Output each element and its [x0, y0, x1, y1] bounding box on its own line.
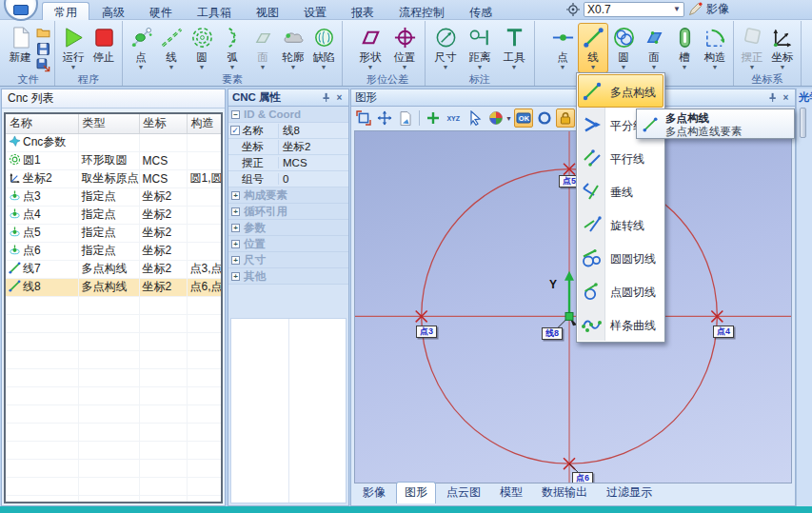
- property-section-尺寸[interactable]: +尺寸: [228, 252, 348, 268]
- pin-icon[interactable]: [321, 92, 331, 103]
- ribbon-button-点[interactable]: 点▼: [126, 23, 156, 73]
- ok-toggle-icon[interactable]: OK: [514, 109, 533, 128]
- graphics-canvas[interactable]: Y 点5 点3 点4 点6 线8: [354, 130, 792, 483]
- save-as-icon[interactable]: [36, 58, 50, 72]
- splitter-handle[interactable]: [800, 108, 806, 138]
- property-value[interactable]: 坐标2: [278, 140, 348, 154]
- ribbon-button-坐标[interactable]: 坐标▼: [767, 23, 798, 73]
- multipoint-line-icon: [642, 116, 659, 133]
- ribbon-button-圆[interactable]: 圆▼: [608, 23, 639, 73]
- column-header-构造[interactable]: 构造: [187, 114, 223, 133]
- open-folder-icon[interactable]: [36, 26, 50, 40]
- menu-item-点圆切线[interactable]: 点圆切线: [578, 274, 663, 307]
- view-tab-影像[interactable]: 影像: [354, 482, 394, 503]
- ribbon-button-构造[interactable]: 构造▼: [700, 23, 730, 73]
- expand-icon[interactable]: +: [231, 256, 240, 265]
- menu-item-垂线[interactable]: 垂线: [578, 174, 663, 207]
- ribbon-button-轮廓[interactable]: 轮廓▼: [278, 23, 308, 73]
- menu-item-平行线[interactable]: 平行线: [578, 141, 663, 174]
- table-row-点4[interactable]: 点4指定点坐标2: [6, 206, 223, 224]
- table-row-Cnc参数[interactable]: Cnc参数: [6, 133, 223, 151]
- expand-icon[interactable]: +: [231, 207, 240, 216]
- property-row-摆正[interactable]: 摆正MCS: [228, 155, 348, 171]
- view-tab-过滤显示[interactable]: 过滤显示: [598, 482, 661, 503]
- ribbon-button-位置[interactable]: 位置▼: [387, 23, 422, 73]
- table-row-线7[interactable]: 线7多点构线坐标2点3,点4: [6, 260, 223, 278]
- ribbon-button-运行[interactable]: 运行▼: [58, 23, 89, 73]
- fit-view-icon[interactable]: [354, 109, 373, 128]
- table-row-坐标2[interactable]: 坐标2取坐标原点MCS圆1,圆1,...: [6, 169, 223, 187]
- ribbon-button-点[interactable]: 点▼: [547, 23, 578, 73]
- ribbon-button-圆[interactable]: 圆▼: [187, 23, 217, 73]
- chevron-down-icon[interactable]: ▼: [505, 115, 512, 122]
- ribbon-button-线[interactable]: 线▼: [156, 23, 187, 73]
- ribbon-button-距离[interactable]: 距离▼: [463, 23, 497, 73]
- column-header-坐标[interactable]: 坐标: [139, 114, 187, 133]
- property-row-坐标[interactable]: 坐标坐标2: [228, 139, 348, 155]
- property-value[interactable]: 0: [278, 173, 348, 185]
- view-tab-数据输出[interactable]: 数据输出: [533, 482, 596, 503]
- column-header-名称[interactable]: 名称: [6, 114, 78, 133]
- property-section-位置[interactable]: +位置: [228, 236, 348, 252]
- pointer-icon[interactable]: [465, 109, 485, 128]
- palette-icon[interactable]: [486, 109, 505, 128]
- expand-icon[interactable]: +: [231, 191, 240, 200]
- copy-view-icon[interactable]: [396, 109, 415, 128]
- ribbon-button-面[interactable]: 面▼: [639, 23, 669, 73]
- ribbon-button-弧[interactable]: 弧▼: [217, 23, 248, 73]
- ribbon-button-缺陷[interactable]: 缺陷▼: [308, 23, 339, 73]
- origin-feature-label[interactable]: 线8: [542, 327, 563, 340]
- context-tab-label[interactable]: 影像: [706, 1, 729, 17]
- property-section-参数[interactable]: +参数: [228, 220, 348, 236]
- ribbon-button-槽[interactable]: 槽▼: [669, 23, 700, 73]
- ribbon-button-面[interactable]: 面▼: [248, 23, 278, 73]
- magnification-select[interactable]: X0.7 ▼: [584, 2, 684, 17]
- pin-icon[interactable]: [767, 92, 778, 103]
- menu-item-样条曲线[interactable]: 样条曲线: [578, 307, 663, 341]
- lock-toggle-icon[interactable]: [556, 109, 575, 128]
- ribbon-button-尺寸[interactable]: 尺寸▼: [428, 23, 463, 73]
- ribbon-button-停止[interactable]: 停止: [89, 23, 119, 73]
- ribbon-button-摆正[interactable]: 摆正▼: [737, 23, 767, 73]
- table-row-点5[interactable]: 点5指定点坐标2: [6, 224, 223, 242]
- zoom-extents-icon[interactable]: [375, 109, 394, 128]
- view-tab-点云图[interactable]: 点云图: [438, 482, 489, 503]
- save-icon[interactable]: [36, 42, 50, 56]
- table-row-点6[interactable]: 点6指定点坐标2: [6, 242, 223, 260]
- column-header-类型[interactable]: 类型: [78, 114, 139, 133]
- point-label-left[interactable]: 点3: [416, 326, 437, 338]
- table-row-线8[interactable]: 线8多点构线坐标2点6,点5: [6, 278, 223, 296]
- probe-pen-icon[interactable]: [688, 2, 703, 16]
- ribbon-button-形状[interactable]: 形状▼: [353, 23, 387, 73]
- property-value[interactable]: 线8: [278, 124, 348, 138]
- ribbon-button-新建[interactable]: 新建: [5, 23, 35, 73]
- ribbon-button-工具[interactable]: 工具▼: [497, 23, 531, 73]
- property-row-名称[interactable]: ✓名称线8: [228, 123, 348, 139]
- expand-icon[interactable]: +: [231, 224, 240, 232]
- view-tab-模型[interactable]: 模型: [491, 482, 531, 503]
- ribbon-button-线[interactable]: 线▼: [578, 23, 608, 73]
- circle-toggle-icon[interactable]: [535, 109, 554, 128]
- point-label-right[interactable]: 点4: [713, 326, 734, 338]
- close-icon[interactable]: ×: [781, 92, 791, 103]
- table-row-点3[interactable]: 点3指定点坐标2: [6, 187, 223, 206]
- crosshair-icon[interactable]: [424, 109, 443, 128]
- table-row-圆1[interactable]: 圆1环形取圆MCS: [6, 151, 223, 169]
- property-value[interactable]: MCS: [278, 157, 348, 168]
- menu-item-多点构线[interactable]: 多点构线: [578, 74, 663, 108]
- optical-tab[interactable]: 光学: [799, 90, 812, 105]
- expand-icon[interactable]: +: [231, 240, 240, 248]
- view-tab-图形[interactable]: 图形: [396, 482, 436, 503]
- collapse-icon[interactable]: −: [231, 110, 240, 119]
- menu-item-圆圆切线[interactable]: 圆圆切线: [578, 241, 663, 274]
- property-row-组号[interactable]: 组号0: [228, 171, 348, 187]
- checkbox-checked[interactable]: ✓: [230, 126, 240, 135]
- property-section-循环引用[interactable]: +循环引用: [228, 204, 348, 220]
- menu-item-旋转线[interactable]: 旋转线: [578, 207, 663, 241]
- property-section-ID & Coord[interactable]: −ID & Coord: [228, 107, 348, 123]
- property-section-其他[interactable]: +其他: [228, 268, 348, 285]
- xyz-icon[interactable]: XYZ: [445, 109, 464, 128]
- property-section-构成要素[interactable]: +构成要素: [228, 187, 348, 204]
- close-icon[interactable]: ×: [334, 92, 345, 103]
- expand-icon[interactable]: +: [231, 272, 240, 281]
